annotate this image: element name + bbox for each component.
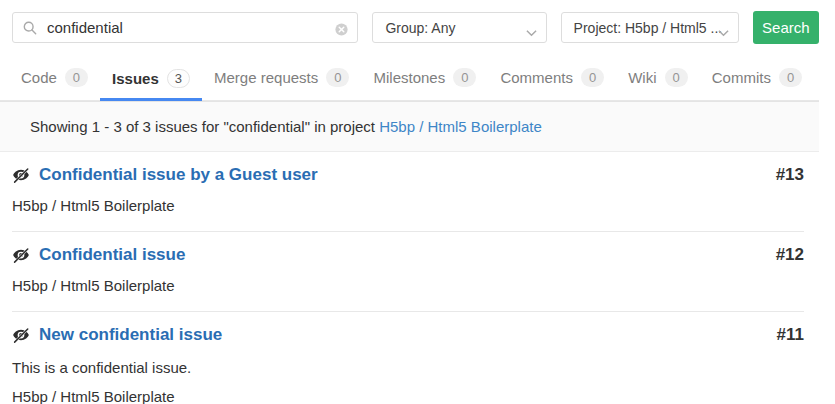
results-summary-text: Showing 1 - 3 of 3 issues for "confident…: [30, 118, 379, 135]
chevron-down-icon: [718, 24, 729, 40]
tab-count-badge: 0: [581, 68, 604, 87]
search-box: [12, 12, 358, 43]
result-header: Confidential issue #12: [12, 245, 804, 265]
issue-project-name: H5bp / Html5 Boilerplate: [12, 277, 804, 294]
tab-commits[interactable]: Commits 0: [700, 54, 814, 100]
tab-issues[interactable]: Issues 3: [100, 54, 202, 101]
issue-title-link[interactable]: Confidential issue by a Guest user: [39, 165, 318, 185]
project-filter-dropdown[interactable]: Project: H5bp / Html5 ...: [561, 12, 739, 43]
tab-milestones[interactable]: Milestones 0: [361, 54, 488, 100]
issue-project-name: H5bp / Html5 Boilerplate: [12, 388, 804, 404]
search-button[interactable]: Search: [753, 11, 819, 44]
search-input[interactable]: [13, 13, 357, 42]
clear-search-icon[interactable]: [335, 22, 348, 40]
search-filter-bar: Group: Any Project: H5bp / Html5 ... Sea…: [0, 0, 819, 44]
summary-project-link[interactable]: H5bp / Html5 Boilerplate: [379, 118, 542, 135]
issue-iid: #12: [776, 245, 804, 265]
eye-slash-icon: [12, 326, 30, 344]
tab-label: Comments: [500, 69, 573, 86]
tab-count-badge: 0: [453, 68, 476, 87]
results-list: Confidential issue by a Guest user #13 H…: [12, 152, 804, 404]
issue-project-name: H5bp / Html5 Boilerplate: [12, 197, 804, 214]
search-icon: [23, 21, 37, 39]
result-header: Confidential issue by a Guest user #13: [12, 165, 804, 185]
issue-title-link[interactable]: Confidential issue: [39, 245, 185, 265]
eye-slash-icon: [12, 246, 30, 264]
issue-title-link[interactable]: New confidential issue: [39, 325, 222, 345]
tab-count-badge: 0: [326, 68, 349, 87]
tab-wiki[interactable]: Wiki 0: [616, 54, 700, 100]
tab-label: Wiki: [628, 69, 656, 86]
tab-comments[interactable]: Comments 0: [488, 54, 616, 100]
group-filter-label: Group: Any: [385, 20, 455, 36]
eye-slash-icon: [12, 166, 30, 184]
tab-label: Code: [21, 69, 57, 86]
tab-label: Milestones: [373, 69, 445, 86]
group-filter-dropdown[interactable]: Group: Any: [372, 12, 546, 43]
tab-label: Commits: [712, 69, 771, 86]
issue-iid: #13: [776, 165, 804, 185]
search-scope-tabs: Code 0 Issues 3 Merge requests 0 Milesto…: [0, 54, 819, 101]
project-filter-label: Project: H5bp / Html5 ...: [574, 20, 723, 36]
result-header: New confidential issue #11: [12, 325, 804, 345]
tab-merge-requests[interactable]: Merge requests 0: [202, 54, 361, 100]
tab-count-badge: 0: [65, 68, 88, 87]
chevron-down-icon: [526, 24, 537, 40]
issue-iid: #11: [777, 325, 804, 345]
issue-result: New confidential issue #11 This is a con…: [12, 312, 804, 404]
results-summary: Showing 1 - 3 of 3 issues for "confident…: [0, 101, 819, 152]
issue-description: This is a confidential issue.: [12, 359, 804, 376]
tab-code[interactable]: Code 0: [9, 54, 100, 100]
tab-label: Issues: [112, 70, 159, 87]
tab-label: Merge requests: [214, 69, 318, 86]
issue-result: Confidential issue by a Guest user #13 H…: [12, 152, 804, 232]
search-results-page: Group: Any Project: H5bp / Html5 ... Sea…: [0, 0, 819, 404]
issue-result: Confidential issue #12 H5bp / Html5 Boil…: [12, 232, 804, 312]
tab-count-badge: 0: [665, 68, 688, 87]
tab-count-badge: 3: [167, 69, 190, 88]
tab-count-badge: 0: [779, 68, 802, 87]
